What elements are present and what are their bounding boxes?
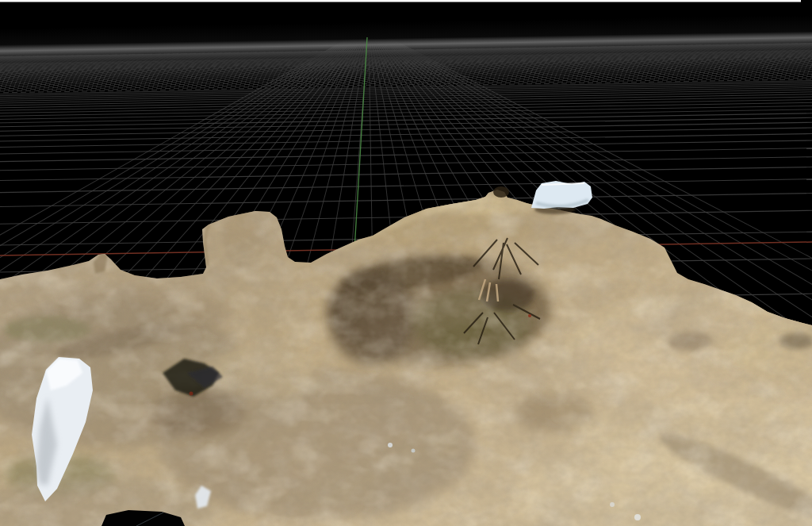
dark-nub: [493, 186, 509, 198]
horizon-glow: [0, 13, 812, 71]
window-top-border: [0, 0, 801, 2]
viewport-3d[interactable]: [0, 0, 812, 526]
terrain-mesh[interactable]: [0, 181, 812, 526]
scene-canvas: [0, 0, 812, 526]
